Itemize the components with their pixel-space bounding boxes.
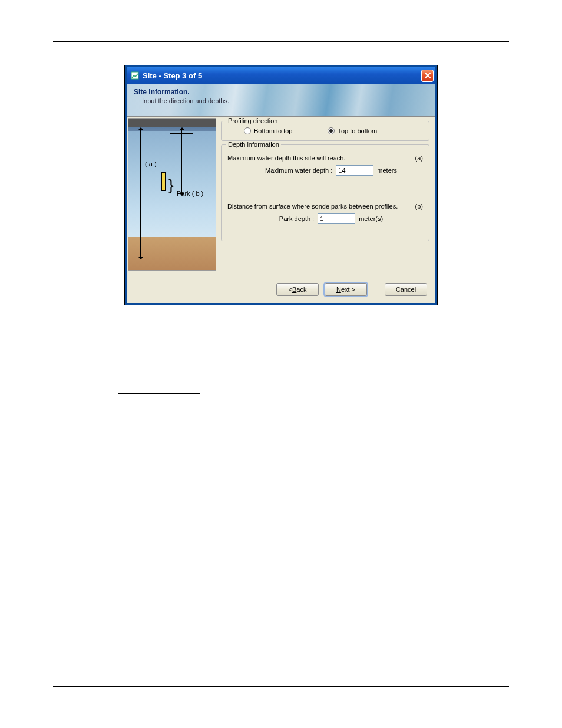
wizard-button-row: < Back Next > Cancel [127, 272, 435, 303]
park-depth-marker: (b) [415, 203, 423, 210]
app-icon [130, 71, 140, 80]
illustration-brace: } [168, 180, 174, 190]
park-depth-label: Park depth : [279, 215, 314, 222]
profiling-direction-group: Profiling direction Bottom to top Top to… [221, 121, 429, 141]
back-button[interactable]: < Back [276, 283, 319, 296]
depth-illustration: ( a ) } Park ( b ) [128, 118, 216, 271]
titlebar: Site - Step 3 of 5 [127, 67, 435, 84]
illustration-arrow-b [181, 130, 182, 193]
park-depth-unit: meter(s) [359, 215, 383, 222]
radio-icon [244, 127, 251, 134]
site-wizard-dialog: Site - Step 3 of 5 Site Information. Inp… [125, 65, 437, 305]
svg-rect-0 [131, 72, 138, 79]
max-depth-input[interactable] [336, 165, 373, 176]
titlebar-text: Site - Step 3 of 5 [143, 71, 421, 80]
max-depth-marker: (a) [415, 154, 423, 162]
depth-information-group: Depth information Maximum water depth th… [221, 144, 429, 241]
illustration-label-b: Park ( b ) [177, 190, 203, 197]
wizard-body: ( a ) } Park ( b ) Profiling direction B… [127, 117, 435, 272]
page-top-rule [53, 41, 509, 42]
header-title: Site Information. [134, 88, 428, 96]
close-icon [424, 72, 431, 79]
depth-legend: Depth information [226, 141, 281, 148]
header-subtitle: Input the direction and depths. [142, 97, 428, 104]
page-bottom-rule [53, 686, 509, 687]
wizard-header: Site Information. Input the direction an… [127, 84, 435, 117]
cancel-button[interactable]: Cancel [385, 283, 427, 296]
max-depth-unit: meters [377, 167, 397, 174]
form-area: Profiling direction Bottom to top Top to… [217, 117, 435, 272]
illustration-sonde [161, 172, 166, 191]
park-depth-input[interactable] [318, 213, 355, 224]
park-depth-description: Distance from surface where sonde parks … [227, 203, 398, 210]
profiling-legend: Profiling direction [226, 117, 279, 124]
max-depth-label: Maximum water depth : [265, 167, 332, 174]
illustration-label-a: ( a ) [145, 160, 157, 167]
illustration-arrow-a [140, 130, 141, 257]
radio-bottom-to-top[interactable]: Bottom to top [244, 127, 292, 134]
radio-label: Top to bottom [338, 127, 377, 134]
next-button[interactable]: Next > [325, 283, 367, 296]
radio-label: Bottom to top [254, 127, 292, 134]
radio-icon [328, 127, 335, 134]
close-button[interactable] [421, 70, 434, 82]
max-depth-description: Maximum water depth this site will reach… [227, 154, 346, 162]
document-underline [118, 393, 200, 394]
radio-top-to-bottom[interactable]: Top to bottom [328, 127, 377, 134]
